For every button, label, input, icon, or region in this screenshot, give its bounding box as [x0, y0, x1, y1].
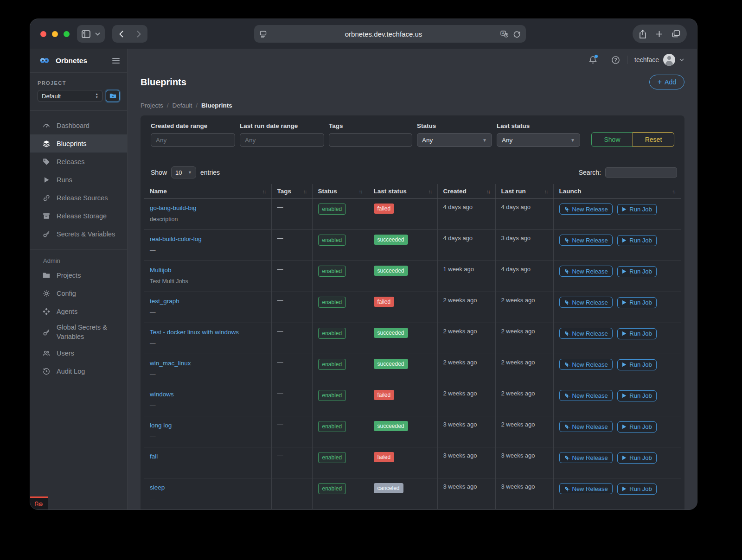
entries-label: entries — [200, 169, 220, 176]
sidebar-item-dashboard[interactable]: Dashboard — [30, 116, 127, 134]
sidebar-item-users[interactable]: Users — [30, 344, 127, 362]
run-job-button[interactable]: Run Job — [617, 266, 656, 277]
browser-sidebar-icon[interactable] — [82, 25, 90, 43]
sidebar-item-release-sources[interactable]: Release Sources — [30, 189, 127, 207]
debugbar-toggle[interactable] — [30, 496, 48, 509]
sidebar-nav: Dashboard Blueprints Releases Runs Relea… — [30, 111, 127, 380]
project-folder-button[interactable] — [106, 90, 120, 102]
new-release-button[interactable]: New Release — [559, 235, 613, 246]
run-job-button[interactable]: Run Job — [617, 452, 656, 464]
share-icon[interactable] — [639, 30, 646, 38]
new-release-button[interactable]: New Release — [559, 328, 613, 339]
run-job-button[interactable]: Run Job — [617, 390, 656, 401]
notifications-bell-icon[interactable] — [589, 56, 597, 64]
add-button[interactable]: + Add — [649, 75, 684, 89]
run-job-button[interactable]: Run Job — [617, 484, 656, 495]
show-filter-button[interactable]: Show — [591, 132, 633, 147]
reader-icon[interactable] — [260, 31, 267, 38]
column-header-name[interactable]: Name↑↓ — [144, 184, 271, 199]
url-text[interactable]: orbnetes.dev.techface.us — [267, 30, 500, 38]
lastrun-range-label: Last run date range — [240, 122, 324, 129]
back-icon[interactable] — [112, 25, 130, 43]
close-window-button[interactable] — [40, 31, 46, 37]
sidebar-item-secrets-variables[interactable]: Secrets & Variables — [30, 225, 127, 243]
blueprint-name-link[interactable]: Test - docker linux with windows — [150, 329, 239, 336]
zoom-window-button[interactable] — [64, 31, 70, 37]
table-row: test_graph — — enabled failed 2 weeks ag… — [144, 292, 681, 323]
reload-icon[interactable] — [513, 31, 520, 38]
column-header-launch[interactable]: Launch↑↓ — [553, 184, 681, 199]
new-release-button[interactable]: New Release — [559, 204, 613, 215]
avatar — [663, 54, 675, 66]
run-job-button[interactable]: Run Job — [617, 204, 656, 215]
breadcrumb-default[interactable]: Default — [173, 102, 192, 109]
status-filter-select[interactable]: Any▼ — [417, 133, 492, 147]
blueprint-name-link[interactable]: test_graph — [150, 298, 179, 305]
menu-icon[interactable] — [112, 58, 120, 64]
reset-filter-button[interactable]: Reset — [633, 132, 674, 147]
last-status-filter-select[interactable]: Any▼ — [497, 133, 580, 147]
table-row: real-build-color-log — — enabled succeed… — [144, 230, 681, 261]
column-header-last-status[interactable]: Last status↑↓ — [368, 184, 437, 199]
project-section: PROJECT Default ▲▼ — [30, 73, 127, 111]
chevron-down-icon: ▼ — [570, 138, 575, 143]
breadcrumb-projects[interactable]: Projects — [141, 102, 163, 109]
column-header-tags[interactable]: Tags↑↓ — [271, 184, 312, 199]
translate-icon[interactable]: A — [500, 31, 509, 38]
new-tab-icon[interactable] — [656, 31, 663, 38]
blueprint-name-link[interactable]: fail — [150, 453, 158, 460]
tags-cell: — — [271, 354, 312, 385]
search-label: Search: — [579, 169, 601, 176]
lastrun-range-input[interactable] — [240, 133, 324, 147]
sidebar-item-releases[interactable]: Releases — [30, 153, 127, 171]
run-job-button[interactable]: Run Job — [617, 421, 656, 433]
page-size-select[interactable]: 10▼ — [171, 166, 196, 178]
blueprint-name-link[interactable]: sleep — [150, 484, 165, 491]
new-release-button[interactable]: New Release — [559, 359, 613, 370]
address-bar[interactable]: orbnetes.dev.techface.us A — [254, 25, 526, 43]
sort-icon: ↑↓ — [359, 189, 362, 194]
sidebar-item-audit-log[interactable]: Audit Log — [30, 362, 127, 380]
project-select[interactable]: Default ▲▼ — [38, 90, 102, 102]
tabs-overview-icon[interactable] — [672, 30, 680, 38]
run-job-button[interactable]: Run Job — [617, 235, 656, 246]
user-menu[interactable]: techface — [634, 54, 684, 66]
sidebar-item-blueprints[interactable]: Blueprints — [30, 134, 127, 153]
sidebar-chevron-down-icon[interactable] — [95, 32, 100, 36]
tags-filter-input[interactable] — [329, 133, 412, 147]
status-filter-label: Status — [417, 122, 492, 129]
blueprint-name-link[interactable]: go-lang-build-big — [150, 204, 197, 211]
search-input[interactable] — [605, 167, 677, 178]
blueprint-name-link[interactable]: win_mac_linux — [150, 360, 191, 367]
created-range-input[interactable] — [151, 133, 235, 147]
new-release-button[interactable]: New Release — [559, 390, 613, 401]
new-release-button[interactable]: New Release — [559, 452, 613, 463]
sidebar-item-agents[interactable]: Agents — [30, 302, 127, 320]
run-job-button[interactable]: Run Job — [617, 297, 656, 308]
blueprint-name-link[interactable]: real-build-color-log — [150, 235, 202, 242]
sidebar-item-runs[interactable]: Runs — [30, 171, 127, 189]
sidebar-item-projects[interactable]: Projects — [30, 266, 127, 284]
forward-icon[interactable] — [130, 25, 147, 43]
column-header-status[interactable]: Status↑↓ — [312, 184, 368, 199]
run-job-button[interactable]: Run Job — [617, 328, 656, 339]
blueprint-name-link[interactable]: Multijob — [150, 267, 172, 274]
new-release-button[interactable]: New Release — [559, 483, 613, 494]
new-release-button[interactable]: New Release — [559, 297, 613, 308]
minimize-window-button[interactable] — [52, 31, 58, 37]
column-header-last-run[interactable]: Last run↑↓ — [495, 184, 553, 199]
sidebar: Orbnetes PROJECT Default ▲▼ — [30, 49, 128, 509]
archive-box-icon — [42, 212, 51, 220]
new-release-button[interactable]: New Release — [559, 421, 613, 432]
blueprint-name-link[interactable]: long log — [150, 422, 172, 429]
sidebar-item-config[interactable]: Config — [30, 284, 127, 302]
column-header-created[interactable]: Created↑↓ — [437, 184, 495, 199]
created-cell: 3 weeks ago — [437, 447, 495, 478]
new-release-button[interactable]: New Release — [559, 266, 613, 277]
sidebar-item-release-storage[interactable]: Release Storage — [30, 207, 127, 225]
chevron-down-icon: ▼ — [188, 170, 192, 175]
run-job-button[interactable]: Run Job — [617, 359, 656, 370]
blueprint-name-link[interactable]: windows — [150, 391, 174, 398]
help-icon[interactable] — [611, 56, 620, 64]
sidebar-item-global-secrets-variables[interactable]: Global Secrets & Variables — [30, 320, 127, 344]
